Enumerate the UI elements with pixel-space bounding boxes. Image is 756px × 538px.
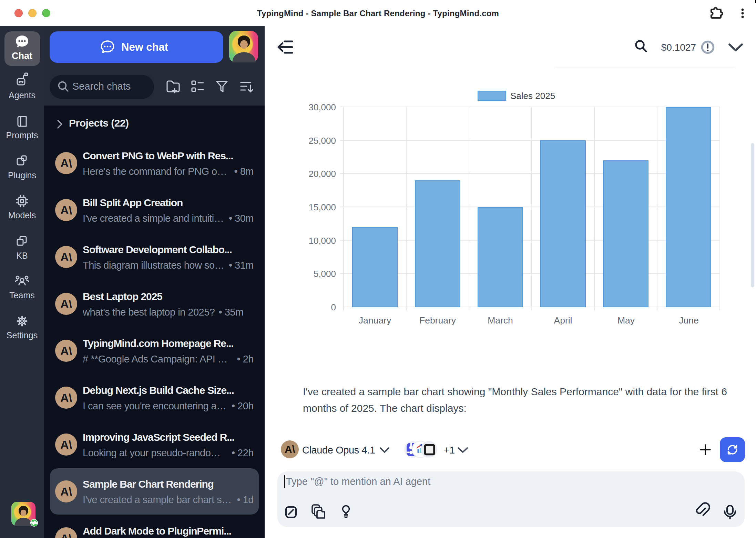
svg-text:20,000: 20,000	[308, 169, 336, 179]
svg-text:April: April	[554, 315, 572, 326]
svg-text:June: June	[679, 315, 698, 326]
svg-text:May: May	[617, 315, 635, 326]
svg-text:15,000: 15,000	[308, 202, 336, 212]
svg-text:Sales 2025: Sales 2025	[510, 91, 555, 101]
svg-text:5,000: 5,000	[314, 269, 336, 279]
svg-text:30,000: 30,000	[308, 102, 336, 112]
svg-text:10,000: 10,000	[308, 236, 336, 246]
svg-text:February: February	[419, 315, 456, 326]
svg-text:January: January	[359, 315, 391, 326]
svg-text:25,000: 25,000	[308, 136, 336, 146]
svg-text:0: 0	[331, 302, 336, 312]
svg-text:March: March	[488, 315, 513, 326]
